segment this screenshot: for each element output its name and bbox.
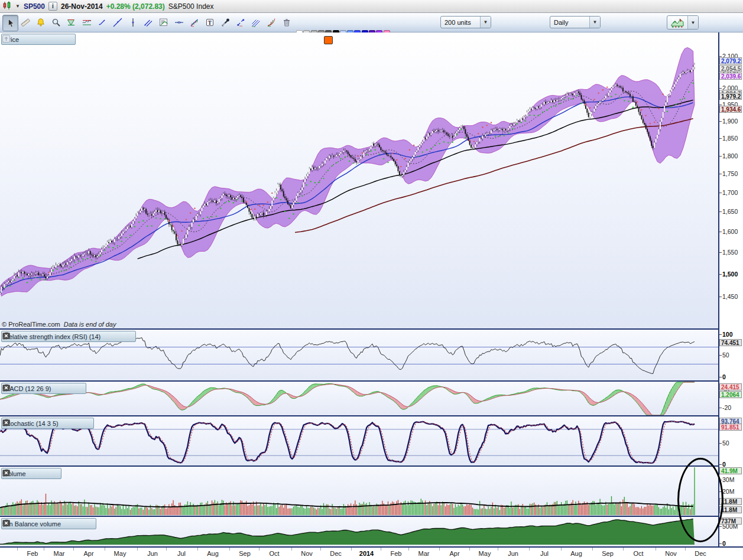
zoom-tool[interactable] (48, 15, 63, 30)
volume-panel[interactable]: Volume (0, 467, 718, 517)
panel-separator (0, 380, 718, 382)
alert-tool[interactable] (33, 15, 48, 30)
panel-detach-button[interactable] (113, 332, 122, 341)
stochastic-chart-canvas[interactable] (0, 416, 718, 467)
arc-tool[interactable] (264, 15, 278, 30)
ruler-tool[interactable] (18, 15, 33, 30)
panel-detach-button[interactable] (73, 519, 82, 528)
period-dropdown[interactable]: Daily ▼ (550, 16, 601, 28)
price-axis-gutter[interactable]: 2,1002,0502,0001,9501,9001,8501,8001,750… (718, 32, 743, 560)
time-axis-label: Sep (239, 550, 251, 557)
info-icon[interactable]: i (48, 2, 57, 11)
period-dropdown-arrow[interactable]: ▼ (589, 17, 600, 28)
axis-tick-label: -20 (722, 404, 731, 411)
instrument-dropdown-arrow[interactable]: ▼ (15, 4, 20, 9)
line-tool[interactable] (110, 15, 125, 30)
analysis-tool[interactable] (156, 15, 171, 30)
last-value-marker: 737M (719, 517, 742, 525)
panel-move-up-button[interactable] (63, 35, 72, 44)
quote-change: +0.28% (2,072.83) (106, 2, 165, 11)
segment-tool[interactable] (95, 15, 109, 30)
axis-tick-label: 20M (722, 488, 734, 495)
pointer-tool[interactable] (2, 15, 18, 31)
panel-settings-button[interactable] (60, 419, 69, 428)
copyright-text: © ProRealTime.com (2, 321, 60, 328)
panel-detach-button[interactable] (31, 35, 40, 44)
candlestick-style-icon[interactable] (2, 1, 12, 12)
instrument-symbol[interactable]: SP500 (24, 2, 45, 11)
last-value-marker: 1.2064 (719, 391, 742, 398)
obv-chart-canvas[interactable] (0, 517, 718, 546)
axis-tick-label: 0 (722, 373, 726, 380)
volume-chart-canvas[interactable] (0, 467, 718, 517)
panel-close-button[interactable] (124, 332, 132, 341)
time-axis-label: Oct (269, 550, 279, 557)
price-chart-canvas[interactable] (0, 32, 718, 330)
regression-tool[interactable] (187, 15, 202, 30)
panel-settings-button[interactable] (21, 35, 30, 44)
axis-tick-label: 1,800 (722, 152, 738, 159)
axis-tick-label: 1,750 (722, 170, 738, 177)
axis-tick-label: 1,550 (722, 249, 738, 256)
instrument-title-bar: ▼ SP500 i 26-Nov-2014 +0.28% (2,072.83) … (0, 0, 743, 13)
stochastic-panel[interactable]: Stochastic (14 3 5) (0, 416, 718, 467)
panel-header-price: Price (1, 34, 76, 45)
panel-settings-button[interactable] (63, 519, 72, 528)
time-axis-label: Feb (27, 550, 38, 557)
time-axis-label: Aug (207, 550, 219, 557)
units-dropdown-value: 200 units (441, 19, 480, 26)
panel-settings-button[interactable] (28, 469, 37, 478)
pattern-tool[interactable] (64, 15, 79, 30)
time-axis-label: Feb (391, 550, 402, 557)
text-tool[interactable]: T (202, 15, 217, 30)
time-axis-label: Mar (54, 550, 65, 557)
settings-tool[interactable] (218, 15, 232, 30)
parallel-lines-tool[interactable] (141, 15, 155, 30)
chart-style-icon (667, 17, 687, 28)
time-axis-label: Nov (301, 550, 313, 557)
panel-close-button[interactable] (49, 469, 58, 478)
obv-panel[interactable]: On Balance volume (0, 517, 718, 546)
panel-detach-button[interactable] (63, 384, 72, 393)
panel-settings-button[interactable] (53, 384, 61, 393)
chart-style-button[interactable]: ▼ (667, 15, 699, 30)
period-dropdown-value: Daily (550, 19, 589, 26)
panel-close-button[interactable] (82, 419, 90, 428)
horizontal-line-tool[interactable] (171, 15, 186, 30)
time-axis-label: 2014 (359, 550, 374, 557)
panel-move-down-button[interactable] (53, 35, 61, 44)
trading-app-window: ▼ SP500 i 26-Nov-2014 +0.28% (2,072.83) … (0, 0, 743, 560)
units-dropdown-arrow[interactable]: ▼ (480, 17, 491, 28)
color-swatch-selected[interactable] (324, 36, 333, 44)
axis-tick-label: 30M (722, 476, 734, 483)
axis-tick-label: 50 (722, 351, 729, 359)
macd-chart-canvas[interactable] (0, 382, 718, 416)
panel-close-button[interactable] (42, 35, 51, 44)
units-dropdown[interactable]: 200 units ▼ (440, 16, 491, 28)
panel-close-button[interactable] (84, 519, 93, 528)
rsi-panel[interactable]: Relative strength index (RSI) (14) (0, 330, 718, 382)
pitchfork-tool[interactable] (248, 15, 263, 30)
panel-close-button[interactable] (74, 384, 83, 393)
drawn-ellipse-annotation[interactable] (677, 458, 723, 542)
price-panel[interactable]: Price© ProRealTime.comData is end of day (0, 32, 718, 330)
last-value-marker: 41.9M (719, 467, 742, 474)
vertical-line-tool[interactable] (125, 15, 140, 30)
axis-tick-label: 1,600 (722, 228, 738, 235)
instrument-name: S&P500 Index (168, 2, 214, 11)
channel-tool[interactable] (79, 15, 94, 30)
delete-tool[interactable] (279, 15, 294, 30)
panel-separator (0, 465, 718, 467)
last-value-marker: 2,079.2 (719, 57, 742, 64)
time-axis-label: May (479, 550, 491, 557)
chart-style-dropdown-arrow[interactable]: ▼ (687, 16, 698, 29)
move-points-tool[interactable] (233, 15, 248, 30)
time-axis[interactable]: FebMarAprMayJunJulAugSepOctNovDec2014Feb… (0, 546, 743, 560)
panel-detach-button[interactable] (71, 419, 80, 428)
panel-detach-button[interactable] (38, 469, 47, 478)
axis-tick-label: 1,700 (722, 189, 738, 196)
time-axis-label: Jul (177, 550, 186, 557)
macd-panel[interactable]: MACD (12 26 9) (0, 382, 718, 416)
last-value-marker: 1,979.2 (719, 93, 742, 100)
panel-settings-button[interactable] (102, 332, 111, 341)
